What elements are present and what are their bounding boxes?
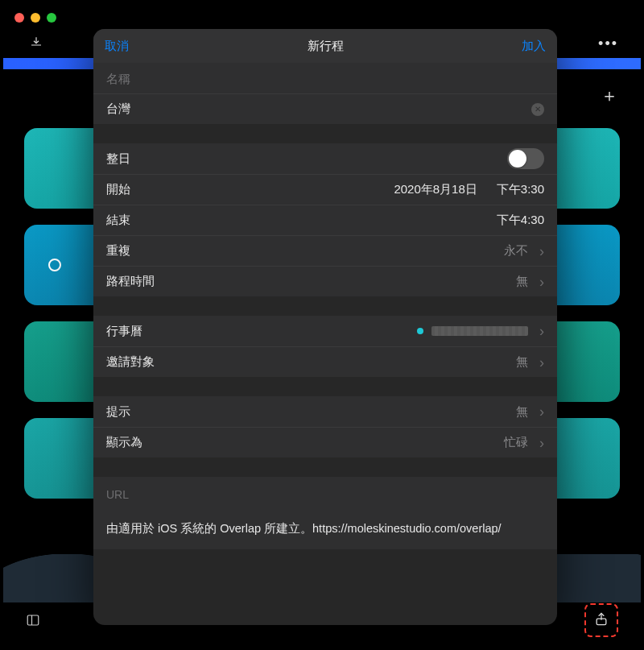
event-location-row[interactable]: 台灣 ✕ [93,93,557,124]
start-time: 下午3:30 [497,182,544,197]
notes-text[interactable]: 由適用於 iOS 系統的 Overlap 所建立。https://moleski… [93,512,557,549]
end-row[interactable]: 結束 下午4:30 [93,205,557,235]
clear-location-icon[interactable]: ✕ [531,103,544,116]
svg-rect-0 [27,615,39,625]
alert-value: 無 [516,404,528,420]
start-date: 2020年8月18日 [394,182,477,197]
current-marker-icon [48,259,61,271]
end-time: 下午4:30 [497,213,544,228]
url-placeholder[interactable]: URL [93,477,557,512]
calendar-color-dot [417,328,423,334]
sidebar-icon[interactable] [26,613,40,627]
calendar-row[interactable]: 行事曆 › [93,316,557,346]
repeat-label: 重複 [106,243,130,259]
calendar-name-redacted [431,326,528,336]
url-notes-group: URL 由適用於 iOS 系統的 Overlap 所建立。https://mol… [93,477,557,549]
app-window: ••• ＋ 取消 新行程 加入 台灣 ✕ [3,3,641,647]
zoom-window-button[interactable] [47,13,56,23]
end-label: 結束 [106,213,130,228]
alert-showas-group: 提示 無› 顯示為 忙碌› [93,396,557,457]
start-value: 2020年8月18日 下午3:30 [394,182,544,197]
allday-label: 整日 [106,151,130,167]
invite-value: 無 [516,354,528,370]
calendar-invite-group: 行事曆 › 邀請對象 無› [93,316,557,377]
minimize-window-button[interactable] [31,13,40,23]
import-icon[interactable] [29,35,43,50]
allday-row[interactable]: 整日 [93,143,557,174]
repeat-row[interactable]: 重複 永不› [93,235,557,266]
cancel-button[interactable]: 取消 [105,39,129,54]
travel-value: 無 [516,274,528,289]
showas-row[interactable]: 顯示為 忙碌› [93,427,557,457]
event-name-input[interactable] [106,72,544,85]
start-label: 開始 [106,182,130,197]
showas-label: 顯示為 [106,435,142,450]
travel-row[interactable]: 路程時間 無› [93,266,557,296]
time-group: 整日 開始 2020年8月18日 下午3:30 結束 下午4:30 重複 永不›… [93,143,557,296]
event-name-row[interactable] [93,63,557,93]
alert-row[interactable]: 提示 無› [93,396,557,427]
traffic-lights [14,13,56,23]
sheet-header: 取消 新行程 加入 [93,29,557,63]
start-row[interactable]: 開始 2020年8月18日 下午3:30 [93,174,557,205]
invite-row[interactable]: 邀請對象 無› [93,346,557,377]
travel-label: 路程時間 [106,274,155,289]
add-button[interactable]: 加入 [522,39,546,54]
close-window-button[interactable] [14,13,24,23]
title-location-group: 台灣 ✕ [93,63,557,124]
more-icon[interactable]: ••• [598,35,618,52]
calendar-label: 行事曆 [106,324,142,339]
event-location-value: 台灣 [106,101,130,117]
allday-toggle[interactable] [507,148,544,169]
sheet-title: 新行程 [308,39,344,54]
repeat-value: 永不 [504,243,528,259]
share-icon[interactable] [593,611,609,630]
share-button-highlight [584,603,618,637]
showas-value: 忙碌 [504,435,528,450]
invite-label: 邀請對象 [106,354,155,370]
plus-icon[interactable]: ＋ [601,84,618,108]
new-event-sheet: 取消 新行程 加入 台灣 ✕ 整日 開始 2020年8月18日 [93,29,557,625]
alert-label: 提示 [106,404,130,420]
